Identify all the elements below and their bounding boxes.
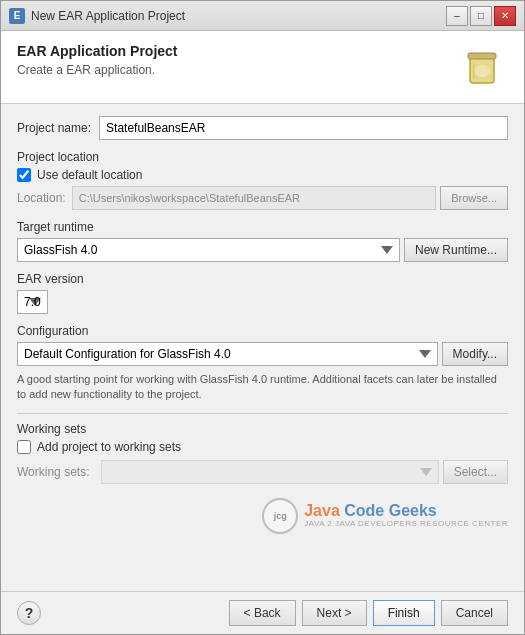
configuration-description: A good starting point for working with G… — [17, 372, 508, 403]
browse-button[interactable]: Browse... — [440, 186, 508, 210]
watermark-area: jcg Java Code Geeks JAVA 2 JAVA DEVELOPE… — [17, 494, 508, 534]
title-bar: E New EAR Application Project – □ ✕ — [1, 1, 524, 31]
footer: ? < Back Next > Finish Cancel — [1, 591, 524, 634]
working-sets-input-row: Working sets: Select... — [17, 460, 508, 484]
jcg-text: Java Code Geeks JAVA 2 JAVA DEVELOPERS R… — [304, 503, 508, 528]
form-body: Project name: Project location Use defau… — [1, 104, 524, 591]
select-button[interactable]: Select... — [443, 460, 508, 484]
svg-rect-1 — [468, 53, 496, 59]
header-text: EAR Application Project Create a EAR app… — [17, 43, 178, 77]
finish-button[interactable]: Finish — [373, 600, 435, 626]
use-default-location-checkbox-label[interactable]: Use default location — [17, 168, 508, 182]
window-controls: – □ ✕ — [446, 6, 516, 26]
cancel-button[interactable]: Cancel — [441, 600, 508, 626]
add-working-sets-checkbox[interactable] — [17, 440, 31, 454]
help-button[interactable]: ? — [17, 601, 41, 625]
app-icon: E — [9, 8, 25, 24]
target-runtime-select[interactable]: GlassFish 4.0 — [17, 238, 400, 262]
jcg-logo: jcg Java Code Geeks JAVA 2 JAVA DEVELOPE… — [262, 498, 508, 534]
ear-version-select[interactable]: 7.0 — [17, 290, 48, 314]
configuration-label: Configuration — [17, 324, 508, 338]
back-button[interactable]: < Back — [229, 600, 296, 626]
target-runtime-controls: GlassFish 4.0 New Runtime... — [17, 238, 508, 262]
footer-right: < Back Next > Finish Cancel — [229, 600, 508, 626]
minimize-button[interactable]: – — [446, 6, 468, 26]
header-section: EAR Application Project Create a EAR app… — [1, 31, 524, 104]
close-button[interactable]: ✕ — [494, 6, 516, 26]
working-sets-label: Working sets — [17, 422, 508, 436]
footer-left: ? — [17, 601, 41, 625]
project-location-row: Project location Use default location Lo… — [17, 150, 508, 210]
new-runtime-button[interactable]: New Runtime... — [404, 238, 508, 262]
working-sets-row: Working sets Add project to working sets… — [17, 422, 508, 484]
ear-version-row: EAR version 7.0 — [17, 272, 508, 314]
next-button[interactable]: Next > — [302, 600, 367, 626]
page-title: EAR Application Project — [17, 43, 178, 59]
configuration-row: Configuration Default Configuration for … — [17, 324, 508, 403]
configuration-select[interactable]: Default Configuration for GlassFish 4.0 — [17, 342, 438, 366]
jcg-brand-name: Java Code Geeks — [304, 503, 508, 519]
location-row: Location: Browse... — [17, 186, 508, 210]
separator — [17, 413, 508, 414]
project-name-row: Project name: — [17, 116, 508, 140]
svg-point-2 — [474, 65, 490, 77]
window-title: New EAR Application Project — [31, 9, 185, 23]
ear-version-label: EAR version — [17, 272, 508, 286]
target-runtime-row: Target runtime GlassFish 4.0 New Runtime… — [17, 220, 508, 262]
target-runtime-label: Target runtime — [17, 220, 508, 234]
project-location-label: Project location — [17, 150, 508, 164]
configuration-controls: Default Configuration for GlassFish 4.0 … — [17, 342, 508, 366]
jar-svg — [460, 43, 504, 87]
project-name-input[interactable] — [99, 116, 508, 140]
modify-button[interactable]: Modify... — [442, 342, 508, 366]
use-default-location-checkbox[interactable] — [17, 168, 31, 182]
add-working-sets-label[interactable]: Add project to working sets — [17, 440, 508, 454]
jcg-brand-orange: Java — [304, 502, 344, 519]
jcg-circle-icon: jcg — [262, 498, 298, 534]
project-name-label: Project name: — [17, 121, 91, 135]
header-icon — [460, 43, 508, 91]
window: E New EAR Application Project – □ ✕ EAR … — [0, 0, 525, 635]
page-subtitle: Create a EAR application. — [17, 63, 178, 77]
location-input[interactable] — [72, 186, 436, 210]
working-sets-field-label: Working sets: — [17, 465, 97, 479]
title-bar-left: E New EAR Application Project — [9, 8, 185, 24]
content-area: EAR Application Project Create a EAR app… — [1, 31, 524, 634]
jcg-tagline: JAVA 2 JAVA DEVELOPERS RESOURCE CENTER — [304, 519, 508, 528]
maximize-button[interactable]: □ — [470, 6, 492, 26]
jcg-brand-blue: Code Geeks — [344, 502, 436, 519]
location-label: Location: — [17, 191, 66, 205]
working-sets-select[interactable] — [101, 460, 439, 484]
